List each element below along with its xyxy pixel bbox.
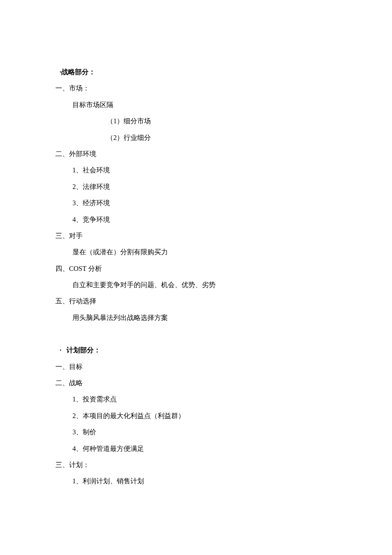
outline-item: 二、外部环境 bbox=[55, 146, 337, 162]
outline-item: 自立和主要竞争对手的问题、机会、优势、劣势 bbox=[72, 277, 337, 293]
outline-item: 2、本项目的最大化利益点（利益群） bbox=[72, 408, 337, 424]
outline-item: （2）行业细分 bbox=[107, 130, 337, 146]
outline-item: 四、COST 分析 bbox=[55, 261, 337, 277]
outline-item: 1、利润计划、销售计划 bbox=[72, 473, 337, 489]
bullet-icon: · bbox=[60, 346, 61, 354]
outline-item: 二、战略 bbox=[55, 375, 337, 391]
outline-item: 3、制价 bbox=[72, 424, 337, 440]
outline-item: 三、计划： bbox=[55, 457, 337, 473]
outline-item: 4、何种管道最方便满足 bbox=[72, 441, 337, 457]
outline-item: 2、法律环境 bbox=[72, 179, 337, 195]
section-spacer bbox=[55, 326, 337, 342]
outline-item: 三、对手 bbox=[55, 228, 337, 244]
section-1-header: ·战略部分： bbox=[60, 64, 337, 80]
outline-item: 一、目标 bbox=[55, 359, 337, 375]
outline-item: 1、社会环境 bbox=[72, 162, 337, 178]
outline-item: 五、行动选择 bbox=[55, 293, 337, 309]
outline-item: 目标市场区隔 bbox=[72, 97, 337, 113]
outline-item: 一、市场： bbox=[55, 80, 337, 96]
outline-item: 1、投资需求点 bbox=[72, 391, 337, 407]
section-1-title: 战略部分： bbox=[61, 68, 95, 76]
section-2-title: 计划部分： bbox=[66, 346, 101, 354]
outline-item: 4、竞争环境 bbox=[72, 212, 337, 228]
section-2-header: · 计划部分： bbox=[60, 342, 337, 358]
outline-item: 3、经济环境 bbox=[72, 195, 337, 211]
outline-item: 显在（或潜在）分割有限购买力 bbox=[72, 244, 337, 260]
outline-item: （1）细分市场 bbox=[107, 113, 337, 129]
outline-item: 用头脑风暴法列出战略选择方案 bbox=[72, 310, 337, 326]
